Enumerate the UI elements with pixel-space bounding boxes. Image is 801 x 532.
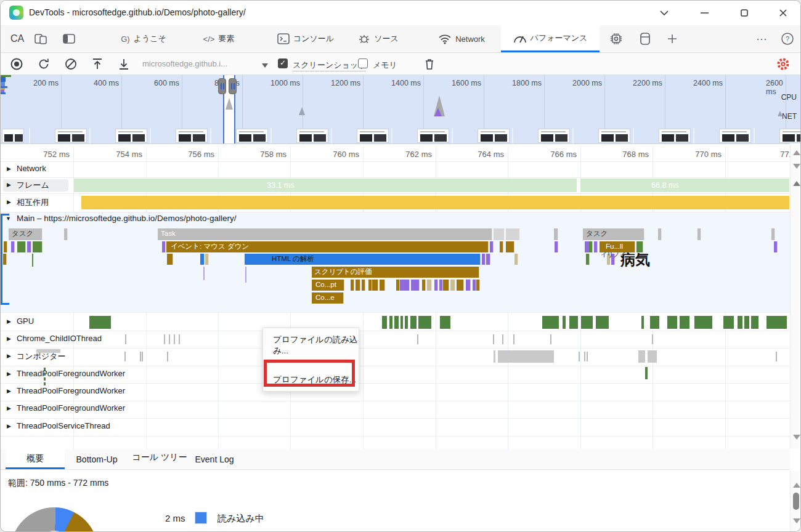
add-tab-plus-icon[interactable] (662, 25, 682, 52)
flame-bar[interactable] (411, 280, 420, 291)
menu-item-load-profile[interactable]: プロファイルの読み込み... (263, 332, 359, 359)
flame-bar[interactable] (362, 280, 365, 291)
filmstrip-thumbnail[interactable] (236, 129, 268, 143)
track-label-gpu[interactable]: GPU (17, 316, 34, 326)
frames-band[interactable] (74, 179, 577, 192)
track-label-worker3[interactable]: ThreadPoolForegroundWorker (17, 403, 125, 413)
flame-bar[interactable] (443, 280, 449, 291)
selection-handle-right[interactable] (229, 78, 237, 94)
scroll-up-icon[interactable] (793, 150, 800, 155)
filmstrip-thumbnail[interactable] (296, 129, 328, 143)
flame-bar[interactable] (27, 241, 31, 252)
maximize-button[interactable] (735, 4, 754, 22)
help-icon[interactable]: ? (776, 25, 799, 52)
filmstrip-thumbnail[interactable] (719, 129, 751, 143)
activity-bar-position-icon[interactable] (57, 25, 81, 52)
scroll-down-icon[interactable] (793, 164, 800, 169)
gpu-activity-bar[interactable] (650, 316, 660, 329)
gpu-activity-bar[interactable] (382, 316, 388, 329)
expand-arrow-worker1[interactable]: ▶ (7, 371, 11, 377)
bottom-tab-2[interactable]: コール ツリー (131, 448, 188, 467)
expand-arrow-interactions[interactable]: ▶ (7, 199, 11, 205)
gpu-activity-bar[interactable] (400, 316, 404, 329)
compositor-activity-bar[interactable] (494, 350, 495, 363)
memory-checkbox[interactable] (358, 58, 368, 68)
flame-bar[interactable] (514, 254, 518, 265)
flame-bar[interactable] (351, 280, 354, 291)
gpu-activity-bar[interactable] (89, 316, 112, 329)
gpu-activity-bar[interactable] (723, 316, 734, 329)
expand-arrow-gpu[interactable]: ▶ (7, 318, 11, 324)
tab-welcome[interactable]: G)ようこそ (99, 25, 188, 52)
flame-bar[interactable] (162, 241, 166, 252)
gpu-activity-bar[interactable] (563, 316, 566, 329)
flame-bar[interactable] (486, 254, 490, 265)
compositor-activity-bar[interactable] (638, 350, 645, 363)
gpu-activity-bar[interactable] (766, 316, 787, 329)
gpu-activity-bar[interactable] (405, 316, 409, 329)
url-dropdown-icon[interactable] (256, 57, 274, 74)
flame-bar[interactable] (500, 241, 503, 252)
flame-bar[interactable] (594, 241, 598, 252)
filmstrip-thumbnail[interactable] (779, 129, 800, 143)
worker-activity-bar[interactable] (645, 367, 648, 379)
compositor-activity-bar[interactable] (648, 350, 657, 363)
upload-profile-icon[interactable] (89, 55, 106, 73)
gpu-activity-bar[interactable] (418, 316, 432, 329)
interactions-band[interactable] (81, 196, 789, 209)
flame-bar[interactable] (422, 280, 426, 291)
flame-bar[interactable] (554, 228, 558, 240)
memory-label[interactable]: メモリ (373, 60, 397, 71)
flame-bar[interactable] (11, 241, 15, 252)
filmstrip-thumbnail[interactable] (598, 129, 630, 143)
flame-bar[interactable]: スクリプトの評価 (312, 267, 479, 278)
clear-icon[interactable] (62, 55, 79, 73)
flame-bar[interactable] (482, 254, 486, 265)
summary-scroll-down-icon[interactable] (793, 518, 800, 523)
flame-bar[interactable] (400, 280, 410, 291)
flame-bar[interactable] (427, 280, 432, 291)
filmstrip-thumbnail[interactable] (55, 129, 87, 143)
main-track-header[interactable]: Main – https://microsoftedge.github.io/D… (17, 214, 236, 223)
bottom-tab-1[interactable]: Bottom-Up (70, 449, 124, 469)
gpu-activity-bar[interactable] (667, 316, 678, 329)
inspect-tool-button[interactable]: CA (6, 25, 29, 52)
bottom-tab-0[interactable]: 概要 (6, 449, 65, 469)
flame-bar[interactable] (372, 280, 378, 291)
trash-icon[interactable] (421, 55, 438, 73)
flame-bar[interactable]: Co...pt (312, 280, 344, 291)
flame-bar[interactable]: Task (158, 228, 492, 240)
flame-bar[interactable] (3, 254, 7, 265)
tab-network[interactable]: Network (425, 25, 498, 52)
more-options-icon[interactable]: ··· (751, 25, 772, 52)
expand-arrow-network[interactable]: ▶ (7, 166, 11, 172)
flame-bar[interactable] (476, 280, 480, 291)
flame-bar[interactable] (466, 280, 471, 291)
flame-bar[interactable] (356, 280, 360, 291)
flame-bar[interactable] (506, 241, 514, 252)
storage-icon[interactable] (634, 25, 656, 52)
expand-arrow-worker3[interactable]: ▶ (7, 405, 11, 411)
flame-bar[interactable] (555, 241, 558, 252)
flame-bar[interactable] (771, 228, 775, 240)
gpu-activity-bar[interactable] (641, 316, 644, 329)
track-label-childio[interactable]: Chrome_ChildIOThread (17, 334, 102, 343)
chevron-down-icon[interactable] (655, 4, 673, 22)
close-button[interactable] (774, 4, 792, 22)
flame-bar[interactable]: タスク (583, 228, 644, 240)
flame-bar[interactable]: イベント: マウス ダウン (166, 241, 489, 252)
gpu-activity-bar[interactable] (680, 316, 690, 329)
gpu-activity-bar[interactable] (581, 316, 593, 329)
frames-band[interactable] (580, 179, 789, 192)
gpu-activity-bar[interactable] (694, 316, 713, 329)
expand-arrow-service[interactable]: ▶ (7, 423, 11, 429)
scroll-thumb-up-icon[interactable] (793, 181, 800, 186)
tab-performance[interactable]: パフォーマンス (501, 25, 600, 52)
expand-arrow-childio[interactable]: ▶ (7, 336, 11, 342)
capture-settings-gear-icon[interactable] (775, 55, 792, 73)
flame-bar[interactable] (457, 280, 464, 291)
tab-sources[interactable]: ソース (347, 25, 410, 52)
flame-bar[interactable] (17, 241, 26, 252)
summary-scroll-thumb[interactable] (793, 493, 799, 510)
gpu-activity-bar[interactable] (738, 316, 743, 329)
